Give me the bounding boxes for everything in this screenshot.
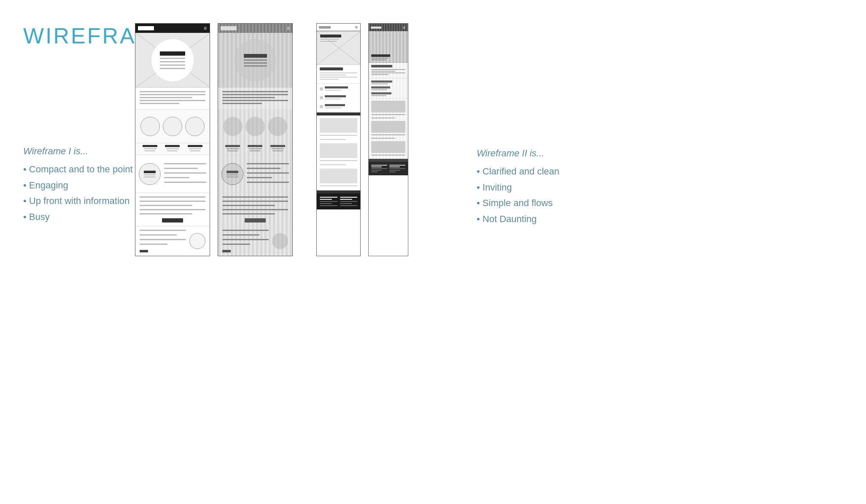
wf2-bottom-section — [218, 226, 292, 256]
wf3-navbar: ≡ — [317, 24, 360, 31]
list-item: Clarified and clean — [477, 164, 559, 179]
wf1-circles-section — [135, 110, 210, 143]
wireframe-panel-1: ≡ — [135, 23, 210, 256]
wf1-hero — [135, 33, 210, 88]
wf2-circles-labels — [218, 143, 292, 155]
wf4-list-section — [369, 78, 408, 99]
wf1-circle-bar — [160, 51, 185, 56]
wf1-bottom-section — [135, 226, 210, 256]
wf4-separator — [369, 159, 408, 162]
list-item: Compact and to the point — [23, 161, 133, 177]
wf2-navbar: ≡ — [218, 24, 292, 33]
list-item: Inviting — [477, 180, 559, 195]
wf1-circle-line — [160, 58, 185, 59]
list-item: Not Daunting — [477, 211, 559, 227]
wf3-separator-2 — [317, 190, 360, 193]
wf3-navbar-menu: ≡ — [355, 25, 358, 29]
list-item: Simple and flows — [477, 195, 559, 211]
wireframe2-annotation-list: Clarified and clean Inviting Simple and … — [477, 164, 559, 227]
wireframes-container: ≡ — [135, 23, 408, 256]
wf3-card-section — [317, 115, 360, 190]
wf2-cta-section — [218, 193, 292, 226]
wf4-footer — [369, 162, 408, 175]
list-item: Up front with information — [23, 193, 133, 209]
wf2-hero — [218, 33, 292, 88]
wf2-circles-section — [218, 110, 292, 143]
wireframe1-annotation: Wireframe I is... Compact and to the poi… — [23, 143, 133, 225]
wf1-hero-circle — [151, 39, 194, 81]
wireframe2-annotation: Wireframe II is... Clarified and clean I… — [477, 145, 559, 227]
wf4-navbar-menu: ≡ — [403, 25, 406, 30]
wf1-circle-line-short — [160, 68, 185, 69]
wireframe2-annotation-title: Wireframe II is... — [477, 145, 559, 161]
wireframe1-annotation-title: Wireframe I is... — [23, 143, 133, 159]
wf1-cta-section — [135, 193, 210, 226]
wf1-navbar-menu: ≡ — [204, 25, 207, 31]
wf4-card-section — [369, 99, 408, 159]
wf3-hero — [317, 31, 360, 65]
wf1-circle-text-section — [135, 155, 210, 193]
gap-spacer — [300, 23, 309, 256]
wireframe1-annotation-list: Compact and to the point Engaging Up fro… — [23, 161, 133, 225]
wf2-navbar-logo — [221, 26, 237, 30]
wf4-navbar: ≡ — [369, 24, 408, 31]
wireframe-panel-3: ≡ — [316, 23, 361, 256]
wf2-navbar-menu: ≡ — [287, 25, 290, 31]
wf3-footer — [317, 193, 360, 209]
wf4-text-section — [369, 63, 408, 78]
wf2-text-section — [218, 88, 292, 110]
wf4-hero — [369, 31, 408, 63]
wf1-navbar-logo — [138, 26, 154, 30]
wireframe-panel-2: ≡ — [218, 23, 293, 256]
list-item: Engaging — [23, 177, 133, 193]
wf1-circle-line — [160, 64, 185, 66]
wireframe-panel-4: ≡ — [368, 23, 408, 256]
list-item: Busy — [23, 209, 133, 225]
wf1-circles-labels — [135, 143, 210, 155]
wf1-circle-line — [160, 61, 185, 62]
wf3-separator — [317, 113, 360, 115]
wf1-navbar: ≡ — [135, 24, 210, 33]
wf2-circle-text-section — [218, 155, 292, 193]
wf2-hero-circle — [234, 39, 276, 81]
